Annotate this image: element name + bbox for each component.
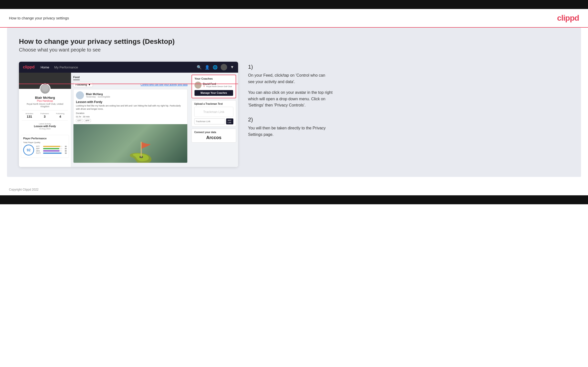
post-author-name: Blair McHarg xyxy=(86,93,110,96)
content-row: clippd Home My Performance 🔍 👤 🌐 ▼ xyxy=(19,62,569,167)
post-duration: Duration xyxy=(73,112,187,115)
guide-container: How to change your privacy settings (Des… xyxy=(7,28,581,177)
latest-activity-date: 03 Aug 2022 xyxy=(25,128,65,130)
arg-value: 86 xyxy=(63,150,67,152)
profile-name: Blair McHarg xyxy=(22,96,68,100)
post-description: Looking to feel like my hands are exitin… xyxy=(73,104,187,112)
connect-title: Connect your data xyxy=(194,131,233,134)
total-player-quality-label: Total Player Quality xyxy=(23,141,67,144)
following-label: Following xyxy=(56,112,65,115)
nav-link-home[interactable]: Home xyxy=(41,65,49,69)
player-performance-widget: Player Performance Total Player Quality … xyxy=(21,135,69,158)
app-nav-links: Home My Performance xyxy=(41,65,78,69)
stat-activities: Activities 131 xyxy=(25,112,33,118)
profile-cover-image xyxy=(19,73,71,89)
add-link-button[interactable]: Add Link xyxy=(226,118,233,124)
step2-text: You will then be taken directly to the P… xyxy=(248,125,333,138)
post-card: Blair McHarg Yesterday · Sunningdale Les… xyxy=(73,89,188,163)
coach-item: David Ford 📍 Royal North Devon Golf Club xyxy=(195,82,233,89)
coach-club: 📍 Royal North Devon Golf Club xyxy=(203,85,232,88)
post-author-meta: Yesterday · Sunningdale xyxy=(86,96,110,98)
instructions-column: 1) On your Feed, click/tap on 'Control w… xyxy=(248,62,333,146)
feed-column: Feed Following ▼ Control who can see you… xyxy=(71,73,190,167)
user-icon[interactable]: 👤 xyxy=(205,65,210,70)
guide-subtitle: Choose what you want people to see xyxy=(19,47,569,53)
ott-fill xyxy=(43,146,60,147)
clippd-logo: clippd xyxy=(557,13,579,23)
coaches-title: Your Coaches xyxy=(195,77,233,80)
red-annotation-line xyxy=(19,84,238,84)
bar-app: APP 85 xyxy=(36,148,67,150)
step1-extra-text: You can also click on your avatar in the… xyxy=(248,89,333,108)
player-quality-score: 92 xyxy=(23,145,34,156)
ott-value: 90 xyxy=(63,146,67,147)
coach-info: David Ford 📍 Royal North Devon Golf Club xyxy=(203,83,232,88)
profile-latest-activity: Latest Activity Lesson with Fordy 03 Aug… xyxy=(22,123,68,132)
duration-label: Duration xyxy=(76,112,84,114)
stat-following: Following 4 xyxy=(56,112,65,118)
following-button[interactable]: Following ▼ xyxy=(73,82,93,87)
step1-number: 1) xyxy=(248,64,333,70)
feed-header: Following ▼ Control who can see your act… xyxy=(73,82,188,87)
app-fill xyxy=(43,148,59,149)
feed-tab[interactable]: Feed xyxy=(73,76,80,80)
bar-ott: OTT 90 xyxy=(36,146,67,147)
header-title: How to change your privacy settings xyxy=(9,16,69,20)
post-duration-value: 01 hr : 30 min xyxy=(73,115,187,119)
app-screenshot: clippd Home My Performance 🔍 👤 🌐 ▼ xyxy=(19,62,238,167)
profile-club: Royal North Devon Golf Club, United King… xyxy=(22,103,68,108)
tag-app: APP xyxy=(84,119,91,122)
coach-avatar xyxy=(195,82,201,89)
activities-label: Activities xyxy=(25,112,33,115)
app-label: APP xyxy=(36,148,42,150)
golfer-silhouette: ⛳ xyxy=(128,143,153,163)
profile-column: Blair McHarg Plus Handicap Royal North D… xyxy=(19,73,71,167)
site-header: How to change your privacy settings clip… xyxy=(0,9,588,28)
chevron-down-icon[interactable]: ▼ xyxy=(230,65,234,69)
trackman-widget: Upload a Trackman Test Trackman Link Add… xyxy=(192,100,236,127)
trackman-input[interactable] xyxy=(194,118,225,124)
search-icon[interactable]: 🔍 xyxy=(197,65,202,70)
putt-label: PUTT xyxy=(36,152,42,154)
globe-icon[interactable]: 🌐 xyxy=(213,65,218,70)
avatar-image xyxy=(40,84,50,94)
putt-fill xyxy=(43,153,62,154)
bottom-bar xyxy=(0,195,588,204)
manage-coaches-button[interactable]: Manage Your Coaches xyxy=(195,90,233,96)
location-icon: 📍 xyxy=(203,86,205,87)
arg-fill xyxy=(43,150,60,152)
right-sidebar: Your Coaches David Ford 📍 Royal North De… xyxy=(190,73,238,167)
main-content-area: How to change your privacy settings (Des… xyxy=(0,28,588,177)
step1-text: On your Feed, click/tap on 'Control who … xyxy=(248,72,333,85)
pp-bars: OTT 90 APP xyxy=(36,146,67,155)
tag-ott: OTT xyxy=(76,119,83,122)
post-header: Blair McHarg Yesterday · Sunningdale xyxy=(73,89,187,100)
app-track xyxy=(43,148,62,149)
connect-widget: Connect your data Arccos xyxy=(192,129,236,143)
nav-link-performance[interactable]: My Performance xyxy=(54,65,78,69)
putt-track xyxy=(43,153,62,154)
post-author-avatar xyxy=(76,91,84,99)
guide-title: How to change your privacy settings (Des… xyxy=(19,38,569,46)
app-logo: clippd xyxy=(23,65,35,69)
trackman-input-row: Add Link xyxy=(194,118,233,124)
feed-tab-row: Feed xyxy=(73,75,188,80)
user-avatar-btn[interactable] xyxy=(221,64,227,70)
followers-value: 3 xyxy=(40,115,49,118)
post-title: Lesson with Fordy xyxy=(73,100,187,104)
site-footer: Copyright Clippd 2022 xyxy=(0,184,588,195)
putt-value: 96 xyxy=(63,152,67,154)
footer-text: Copyright Clippd 2022 xyxy=(9,188,39,191)
profile-info: Blair McHarg Plus Handicap Royal North D… xyxy=(19,89,71,135)
followers-label: Followers xyxy=(40,112,49,115)
bar-putt: PUTT 96 xyxy=(36,152,67,154)
instruction-step2: 2) You will then be taken directly to th… xyxy=(248,116,333,138)
ott-track xyxy=(43,146,62,147)
post-author-info: Blair McHarg Yesterday · Sunningdale xyxy=(86,93,110,98)
bar-arg: ARG 86 xyxy=(36,150,67,152)
latest-activity-name: Lesson with Fordy xyxy=(25,125,65,128)
arccos-brand: Arccos xyxy=(194,135,233,140)
arg-label: ARG xyxy=(36,150,42,152)
post-activity-image: ⛳ xyxy=(73,124,187,163)
player-performance-title: Player Performance xyxy=(23,137,67,140)
